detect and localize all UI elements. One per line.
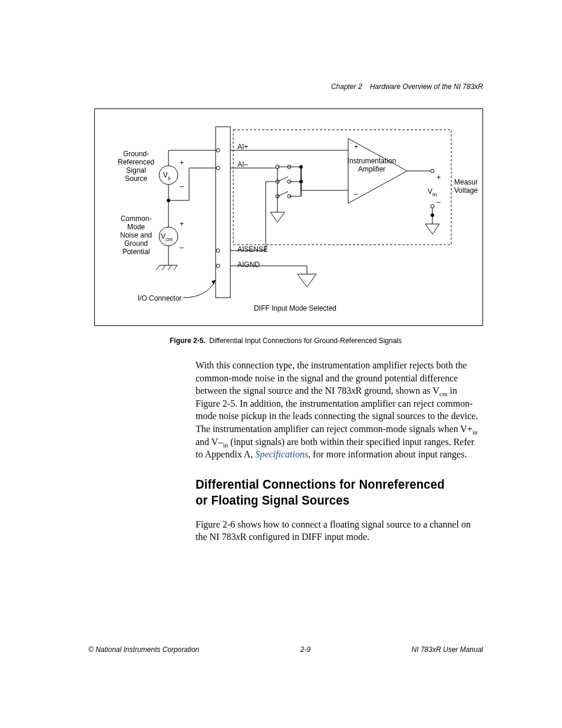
- section-heading: Differential Connections for Nonreferenc…: [196, 476, 460, 509]
- page-footer: © National Instruments Corporation 2-9 N…: [88, 645, 483, 654]
- specifications-link[interactable]: Specifications: [255, 449, 308, 459]
- paragraph-2: Figure 2-6 shows how to connect a floati…: [196, 518, 483, 543]
- svg-marker-70: [270, 212, 285, 222]
- svg-text:I/O Connector: I/O Connector: [138, 294, 182, 302]
- svg-text:+: +: [180, 159, 184, 167]
- svg-text:Measured: Measured: [454, 178, 478, 186]
- svg-text:Noise and: Noise and: [120, 231, 152, 239]
- svg-line-34: [162, 265, 166, 270]
- chapter-label: Chapter 2: [331, 83, 362, 91]
- paragraph-1: With this connection type, the instrumen…: [196, 359, 483, 461]
- chapter-title: Hardware Overview of the NI 783xR: [370, 83, 483, 91]
- svg-point-77: [431, 169, 434, 173]
- footer-left: © National Instruments Corporation: [88, 645, 199, 654]
- svg-point-20: [216, 166, 220, 170]
- svg-text:–: –: [180, 182, 184, 190]
- svg-text:Ground: Ground: [124, 239, 148, 248]
- svg-text:Mode: Mode: [127, 223, 145, 231]
- svg-point-89: [216, 264, 220, 268]
- svg-text:DIFF Input Mode Selected: DIFF Input Mode Selected: [254, 304, 336, 312]
- svg-text:–: –: [354, 190, 358, 198]
- svg-point-88: [216, 249, 220, 252]
- svg-text:Referenced: Referenced: [118, 158, 154, 166]
- svg-text:Voltage: Voltage: [454, 186, 478, 195]
- svg-line-35: [168, 265, 171, 270]
- svg-line-55: [277, 177, 288, 182]
- svg-text:Ground-: Ground-: [123, 150, 149, 158]
- svg-rect-37: [216, 127, 230, 298]
- svg-marker-87: [425, 224, 439, 234]
- svg-marker-97: [297, 274, 316, 287]
- svg-text:Vs: Vs: [163, 171, 171, 181]
- svg-text:+: +: [180, 220, 184, 228]
- svg-text:–: –: [437, 198, 441, 206]
- svg-text:+: +: [354, 143, 358, 151]
- svg-marker-39: [211, 280, 216, 285]
- footer-right: NI 783xR User Manual: [412, 645, 483, 654]
- svg-text:AIGND: AIGND: [237, 261, 260, 269]
- svg-text:Instrumentation: Instrumentation: [348, 157, 396, 165]
- figure-id: Figure 2-5.: [170, 337, 206, 345]
- svg-text:Potential: Potential: [123, 248, 150, 256]
- svg-text:AISENSE: AISENSE: [237, 245, 268, 253]
- svg-text:–: –: [180, 243, 184, 252]
- svg-text:Source: Source: [125, 174, 147, 183]
- svg-point-10: [216, 149, 220, 152]
- circuit-diagram: .ln{stroke:#000;stroke-width:1;fill:none…: [101, 121, 478, 315]
- svg-text:Signal: Signal: [126, 166, 146, 174]
- figure-caption: Figure 2-5. Differential Input Connectio…: [88, 337, 483, 345]
- svg-text:Vm: Vm: [428, 187, 437, 197]
- svg-line-58: [277, 192, 288, 196]
- footer-center: 2-9: [300, 645, 310, 654]
- svg-text:AI–: AI–: [237, 160, 248, 169]
- svg-text:Vcm: Vcm: [161, 232, 173, 242]
- svg-line-33: [156, 265, 160, 270]
- figure-2-5: .ln{stroke:#000;stroke-width:1;fill:none…: [94, 108, 483, 326]
- svg-text:Amplifier: Amplifier: [358, 165, 386, 173]
- svg-text:AI+: AI+: [237, 143, 248, 151]
- svg-text:Common-: Common-: [121, 215, 152, 223]
- svg-line-36: [174, 265, 177, 270]
- svg-text:+: +: [437, 173, 441, 182]
- figure-caption-text: Differential Input Connections for Groun…: [209, 337, 402, 345]
- running-header: Chapter 2 Hardware Overview of the NI 78…: [88, 83, 483, 91]
- svg-point-83: [431, 205, 434, 208]
